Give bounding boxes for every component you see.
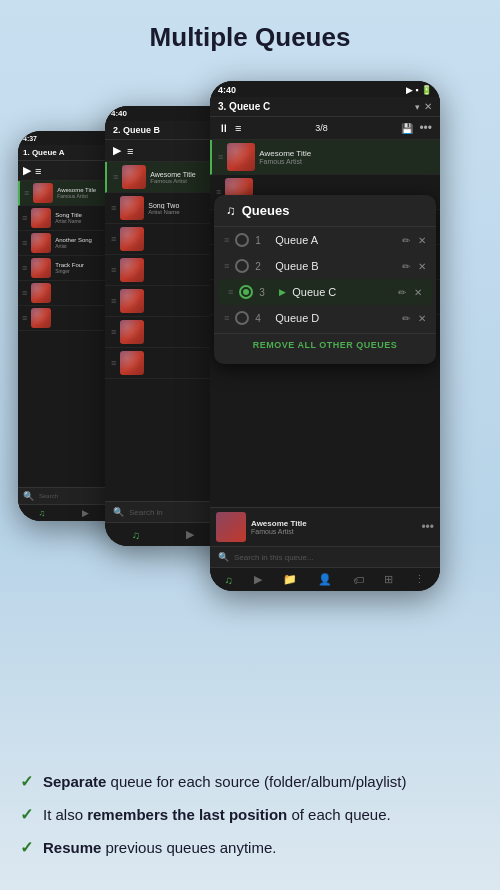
phone3-shuffle-btn[interactable]: ≡ (235, 122, 241, 134)
phone3-bottom-nav: ♫ ▶ 📁 👤 🏷 ⊞ ⋮ (210, 567, 440, 591)
queue-nav-icon[interactable]: ♫ (132, 529, 140, 541)
phone2-shuffle-btn[interactable]: ≡ (127, 145, 133, 157)
play-nav-icon[interactable]: ▶ (82, 508, 89, 518)
track-thumbnail (120, 320, 144, 344)
queue-nav-icon[interactable]: ♫ (224, 574, 232, 586)
more-nav-icon[interactable]: ⋮ (414, 573, 425, 586)
track-thumbnail (33, 183, 53, 203)
phone3-queue-header[interactable]: 3. Queue C ▾ ✕ (210, 97, 440, 117)
queue-row-b[interactable]: ≡ 2 Queue B ✏ ✕ (214, 253, 436, 279)
now-playing-title: Awesome Title (251, 519, 416, 528)
queue-name-b: Queue B (275, 260, 396, 272)
track-title: Awesome Title (259, 149, 434, 158)
remove-queue-icon[interactable]: ✕ (418, 261, 426, 272)
drag-handle-icon: ≡ (22, 213, 27, 223)
phone3-playback-row: ⏸ ≡ 3/8 💾 ••• (210, 117, 440, 140)
remove-queue-icon[interactable]: ✕ (418, 313, 426, 324)
remove-queue-icon[interactable]: ✕ (414, 287, 422, 298)
grid-nav-icon[interactable]: ⊞ (384, 573, 393, 586)
phone3-status-bar: 4:40 ▶ ▪ 🔋 (210, 81, 440, 97)
drag-handle-icon: ≡ (224, 313, 229, 323)
track-count: 3/8 (247, 123, 395, 133)
checkmark-icon: ✓ (20, 838, 33, 857)
queue-name-d: Queue D (275, 312, 396, 324)
track-thumbnail (31, 283, 51, 303)
feature-text-1: Separate queue for each source (folder/a… (43, 771, 407, 792)
queue-radio-a[interactable] (235, 233, 249, 247)
phone3-search-bar[interactable]: 🔍 Search in this queue... (210, 546, 440, 567)
queue-number: 4 (255, 313, 269, 324)
checkmark-icon: ✓ (20, 772, 33, 791)
edit-queue-icon[interactable]: ✏ (402, 313, 410, 324)
drag-handle-icon: ≡ (113, 172, 118, 182)
more-options-icon[interactable]: ••• (421, 520, 434, 534)
tag-nav-icon[interactable]: 🏷 (353, 574, 364, 586)
search-icon: 🔍 (23, 491, 34, 501)
features-list: ✓ Separate queue for each source (folder… (20, 771, 480, 870)
drag-handle-icon: ≡ (224, 261, 229, 271)
now-playing-info: Awesome Title Famous Artist (251, 519, 416, 535)
phone2-play-btn[interactable]: ▶ (113, 144, 121, 157)
drag-handle-icon: ≡ (111, 296, 116, 306)
track-info: Awesome Title Famous Artist (259, 149, 434, 165)
track-thumbnail (227, 143, 255, 171)
remove-all-queues-button[interactable]: REMOVE ALL OTHER QUEUES (214, 333, 436, 356)
queue-row-d[interactable]: ≡ 4 Queue D ✏ ✕ (214, 305, 436, 331)
track-thumbnail (31, 258, 51, 278)
drag-handle-icon: ≡ (22, 263, 27, 273)
now-playing-bar: Awesome Title Famous Artist ••• (210, 507, 440, 546)
track-thumbnail (120, 258, 144, 282)
phone-3: 4:40 ▶ ▪ 🔋 3. Queue C ▾ ✕ ⏸ ≡ 3/8 💾 ••• … (210, 81, 440, 591)
phone1-time: 4:37 (23, 135, 37, 142)
queue-radio-b[interactable] (235, 259, 249, 273)
search-placeholder: Search (39, 493, 58, 499)
chevron-down-icon: ▾ (415, 102, 420, 112)
search-icon: 🔍 (113, 507, 124, 517)
queue-row-c[interactable]: ≡ 3 ▶ Queue C ✏ ✕ (218, 279, 432, 305)
folder-nav-icon[interactable]: 📁 (283, 573, 297, 586)
phone1-play-btn[interactable]: ▶ (23, 164, 31, 177)
now-playing-thumbnail (216, 512, 246, 542)
drag-handle-icon: ≡ (111, 265, 116, 275)
close-icon[interactable]: ✕ (424, 101, 432, 112)
track-thumbnail (122, 165, 146, 189)
drag-handle-icon: ≡ (111, 327, 116, 337)
drag-handle-icon: ≡ (111, 234, 116, 244)
track-thumbnail (120, 196, 144, 220)
phone3-queue-name: 3. Queue C (218, 101, 413, 112)
queue-radio-d[interactable] (235, 311, 249, 325)
drag-handle-icon: ≡ (22, 238, 27, 248)
queue-radio-c[interactable] (239, 285, 253, 299)
search-placeholder: Search in this queue... (234, 553, 314, 562)
edit-queue-icon[interactable]: ✏ (402, 261, 410, 272)
phones-area: 4:37 ▶ ▪ 1. Queue A ▶ ≡ ≡ Awesome Title … (0, 71, 500, 601)
play-nav-icon[interactable]: ▶ (186, 528, 194, 541)
edit-queue-icon[interactable]: ✏ (398, 287, 406, 298)
drag-handle-icon: ≡ (224, 235, 229, 245)
save-btn[interactable]: 💾 (401, 123, 413, 134)
drag-handle-icon: ≡ (111, 358, 116, 368)
feature-text-3: Resume previous queues anytime. (43, 837, 276, 858)
track-thumbnail (120, 227, 144, 251)
track-thumbnail (31, 308, 51, 328)
queue-number: 2 (255, 261, 269, 272)
person-nav-icon[interactable]: 👤 (318, 573, 332, 586)
more-options-btn[interactable]: ••• (419, 121, 432, 135)
remove-queue-icon[interactable]: ✕ (418, 235, 426, 246)
track-artist: Famous Artist (259, 158, 434, 165)
drag-handle-icon: ≡ (218, 152, 223, 162)
phone3-status-icons: ▶ ▪ 🔋 (406, 85, 432, 95)
edit-queue-icon[interactable]: ✏ (402, 235, 410, 246)
page-title: Multiple Queues (0, 0, 500, 71)
checkmark-icon: ✓ (20, 805, 33, 824)
drag-handle-icon: ≡ (22, 313, 27, 323)
phone3-pause-btn[interactable]: ⏸ (218, 122, 229, 134)
phone1-shuffle-btn[interactable]: ≡ (35, 165, 41, 177)
queue-row-a[interactable]: ≡ 1 Queue A ✏ ✕ (214, 227, 436, 253)
play-nav-icon[interactable]: ▶ (254, 573, 262, 586)
queue-list-icon: ♫ (226, 203, 236, 218)
search-icon: 🔍 (218, 552, 229, 562)
queues-popup: ♫ Queues ≡ 1 Queue A ✏ ✕ ≡ (214, 195, 436, 364)
queue-nav-icon[interactable]: ♫ (39, 508, 46, 518)
queue-number: 1 (255, 235, 269, 246)
